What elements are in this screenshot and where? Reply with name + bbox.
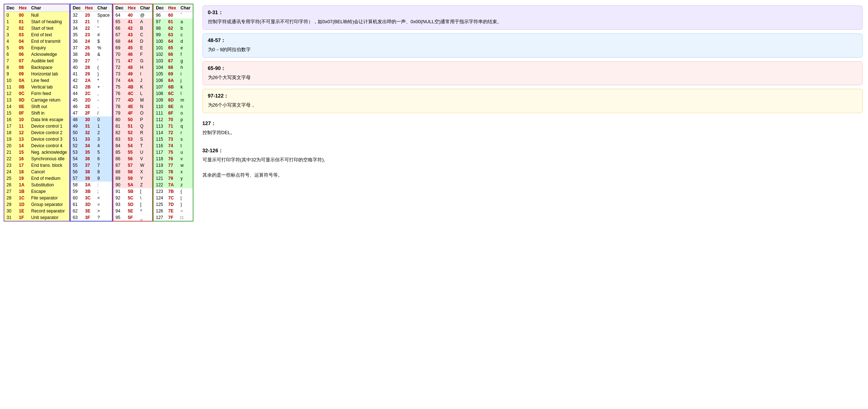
cell-dec: 80 <box>113 116 126 123</box>
cell-dec: 15 <box>4 110 17 116</box>
table-row: 3422" <box>70 25 112 32</box>
table-row: 48300 <box>70 116 112 123</box>
header-dec: Dec <box>70 4 83 12</box>
cell-dec: 28 <box>4 195 17 201</box>
table-row: 2317End trans. block <box>4 162 70 169</box>
cell-char: K <box>138 84 153 90</box>
info-text-32-126: 可显示可打印字符(其中32为可显示但不可打印的空格字符), 其余的是一些标点符号… <box>203 156 857 179</box>
cell-dec: 58 <box>70 182 83 188</box>
table-row: 422A* <box>70 77 112 84</box>
cell-char: Y <box>138 175 153 182</box>
info-box-65-90: 65-90： 为26个大写英文字母 <box>203 61 863 86</box>
cell-dec: 30 <box>4 208 17 214</box>
cell-dec: 11 <box>4 84 17 90</box>
cell-dec: 92 <box>113 195 126 201</box>
cell-dec: 27 <box>4 188 17 195</box>
table-row: 754BK <box>113 84 153 90</box>
cell-dec: 20 <box>4 142 17 149</box>
table-row: 53355 <box>70 149 112 156</box>
cell-dec: 105 <box>153 71 166 77</box>
header-char: Char <box>178 4 193 12</box>
cell-char: D <box>138 38 153 45</box>
cell-char: o <box>178 110 193 116</box>
table-row: 945E^ <box>113 208 153 214</box>
cell-char: V <box>138 156 153 162</box>
header-char: Char <box>138 4 153 12</box>
cell-dec: 34 <box>70 25 83 32</box>
table-row: 8353S <box>113 136 153 142</box>
cell-dec: 60 <box>70 195 83 201</box>
cell-hex: 6E <box>166 103 178 110</box>
cell-char: ! <box>95 18 112 25</box>
table-row: 764CL <box>113 90 153 97</box>
cell-dec: 17 <box>4 123 17 129</box>
cell-char: 1 <box>95 123 112 129</box>
cell-hex: 2F <box>83 110 95 116</box>
cell-char: k <box>178 84 193 90</box>
table-row: 8656V <box>113 156 153 162</box>
table-row: 56388 <box>70 169 112 175</box>
cell-dec: 91 <box>113 188 126 195</box>
cell-char: | <box>178 195 193 201</box>
header-dec: Dec <box>4 4 17 12</box>
cell-hex: 36 <box>83 156 95 162</box>
table-row: 1106En <box>153 103 193 110</box>
table-row: 11977w <box>153 162 193 169</box>
cell-hex: 1E <box>17 208 29 214</box>
cell-char: File separator <box>29 195 70 201</box>
cell-dec: 0 <box>4 12 17 19</box>
cell-hex: 66 <box>166 51 178 58</box>
cell-char: Acknowledge <box>29 51 70 58</box>
cell-hex: 37 <box>83 162 95 169</box>
cell-hex: 3C <box>83 195 95 201</box>
cell-char: m <box>178 97 193 103</box>
cell-dec: 63 <box>70 214 83 221</box>
table-row: 774DM <box>113 97 153 103</box>
table-row: 6440@ <box>113 12 153 19</box>
cell-hex: 33 <box>83 136 95 142</box>
table-row: 11371q <box>153 123 193 129</box>
table-row: 50322 <box>70 129 112 136</box>
cell-dec: 5 <box>4 45 17 51</box>
cell-hex: 46 <box>126 51 138 58</box>
cell-char: p <box>178 116 193 123</box>
table-row: 1610Data link escape <box>4 116 70 123</box>
info-title-48-57: 48-57： <box>208 37 857 44</box>
cell-hex: 08 <box>17 64 29 71</box>
cell-hex: 55 <box>126 149 138 156</box>
cell-char: , <box>95 90 112 97</box>
cell-dec: 123 <box>153 188 166 195</box>
info-text-0-31: 控制字符或通讯专用字符(不可显示不可打印字符），如0x07(BEL响铃)会让计算… <box>208 18 857 26</box>
cell-char: n <box>178 103 193 110</box>
table-row: 808Backspace <box>4 64 70 71</box>
cell-dec: 56 <box>70 169 83 175</box>
cell-dec: 64 <box>113 12 126 19</box>
table-row: 10064d <box>153 38 193 45</box>
cell-hex: 75 <box>166 149 178 156</box>
table-row: 8252R <box>113 129 153 136</box>
cell-char: G <box>138 58 153 64</box>
table-row: 291DGroup separator <box>4 201 70 208</box>
table-row: 10165e <box>153 45 193 51</box>
cell-dec: 52 <box>70 142 83 149</box>
cell-hex: 03 <box>17 32 29 38</box>
cell-hex: 61 <box>166 18 178 25</box>
cell-char: Device control 2 <box>29 129 70 136</box>
table-row: 6844D <box>113 38 153 45</box>
cell-char: { <box>178 188 193 195</box>
table-row: 4129) <box>70 71 112 77</box>
cell-hex: 35 <box>83 149 95 156</box>
cell-char: W <box>138 162 153 169</box>
cell-dec: 79 <box>113 110 126 116</box>
cell-dec: 73 <box>113 71 126 77</box>
table-row: 1277F□ <box>153 214 193 221</box>
table-row: 2418Cancel <box>4 169 70 175</box>
cell-hex: 44 <box>126 38 138 45</box>
cell-char: 2 <box>95 129 112 136</box>
cell-hex: 48 <box>126 64 138 71</box>
cell-hex: 49 <box>126 71 138 77</box>
cell-dec: 41 <box>70 71 83 77</box>
cell-hex: 4F <box>126 110 138 116</box>
cell-char: M <box>138 97 153 103</box>
cell-char: H <box>138 64 153 71</box>
